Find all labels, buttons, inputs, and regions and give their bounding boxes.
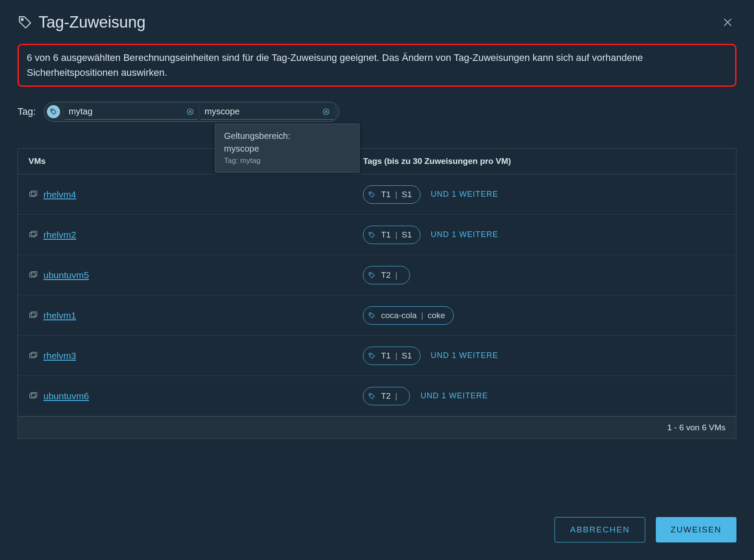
table-row: rhelvm4T1|S1UND 1 WEITERE <box>18 174 736 215</box>
tag-input-row: Tag: Geltungsbereich: myscope <box>18 102 736 122</box>
info-message: 6 von 6 ausgewählten Berechnungseinheite… <box>18 44 736 87</box>
table-row: rhelvm1coca-cola|coke <box>18 295 736 336</box>
tag-name: T1 <box>381 351 391 361</box>
tag-name-field-group <box>64 104 198 120</box>
tag-icon <box>18 15 32 30</box>
pill-divider: | <box>395 351 397 361</box>
table-row: ubuntuvm6T2|UND 1 WEITERE <box>18 376 736 416</box>
pill-divider: | <box>421 311 423 320</box>
pill-divider: | <box>395 190 397 199</box>
svg-point-18 <box>370 354 371 355</box>
dialog-buttons: ABBRECHEN ZUWEISEN <box>555 517 736 542</box>
tag-icon <box>367 270 377 280</box>
table-row: rhelvm3T1|S1UND 1 WEITERE <box>18 336 736 376</box>
tag-icon <box>367 311 377 320</box>
tag-pill-container <box>44 102 339 122</box>
more-tags-link[interactable]: UND 1 WEITERE <box>431 351 498 360</box>
svg-point-0 <box>21 19 23 21</box>
tooltip-label: Geltungsbereich: <box>224 131 350 141</box>
dialog-header: Tag-Zuweisung <box>18 13 736 32</box>
more-tags-link[interactable]: UND 1 WEITERE <box>431 230 498 239</box>
tag-scope: S1 <box>402 351 412 361</box>
table-header: VMs Tags (bis zu 30 Zuweisungen pro VM) <box>18 149 736 174</box>
vm-icon <box>28 190 38 199</box>
tag-label: Tag: <box>18 106 36 117</box>
tag-scope-input[interactable] <box>202 106 320 117</box>
tag-name-input[interactable] <box>66 106 185 117</box>
close-button[interactable] <box>719 15 736 29</box>
svg-point-9 <box>370 233 371 234</box>
tag-pill[interactable]: T1|S1 <box>363 226 420 244</box>
table-row: rhelvm2T1|S1UND 1 WEITERE <box>18 215 736 255</box>
svg-rect-11 <box>31 271 37 276</box>
vm-link[interactable]: ubuntuvm5 <box>43 270 89 280</box>
tag-scope: S1 <box>402 190 412 199</box>
vm-icon <box>28 270 38 280</box>
pill-divider: | <box>395 270 397 280</box>
svg-point-12 <box>370 273 371 274</box>
svg-rect-8 <box>31 231 37 235</box>
tag-name: T2 <box>381 270 391 280</box>
tag-icon <box>367 230 377 240</box>
tag-scope-field-group <box>200 104 334 120</box>
tag-pill[interactable]: T1|S1 <box>363 347 420 365</box>
vm-link[interactable]: rhelvm2 <box>43 230 76 240</box>
svg-point-15 <box>370 314 371 315</box>
vm-link[interactable]: rhelvm4 <box>43 189 76 200</box>
tooltip-scope-value: myscope <box>224 144 350 154</box>
column-header-tags: Tags (bis zu 30 Zuweisungen pro VM) <box>363 156 726 166</box>
vm-link[interactable]: rhelvm1 <box>43 310 76 321</box>
svg-point-1 <box>52 110 53 111</box>
svg-rect-13 <box>30 313 36 317</box>
pill-divider: | <box>395 391 397 401</box>
svg-rect-7 <box>30 232 36 237</box>
assign-button[interactable]: ZUWEISEN <box>656 517 736 542</box>
svg-point-6 <box>370 193 371 194</box>
scope-tooltip: Geltungsbereich: myscope Tag: mytag <box>215 124 359 173</box>
tag-name: coca-cola <box>381 311 416 320</box>
tag-scope: S1 <box>402 230 412 240</box>
vm-icon <box>28 230 38 240</box>
more-tags-link[interactable]: UND 1 WEITERE <box>420 391 488 401</box>
tag-pill[interactable]: T2| <box>363 266 410 284</box>
dialog-title: Tag-Zuweisung <box>39 13 146 32</box>
vm-link[interactable]: ubuntuvm6 <box>43 391 89 401</box>
svg-rect-20 <box>31 392 37 397</box>
svg-rect-5 <box>31 191 37 195</box>
svg-rect-17 <box>31 352 37 356</box>
tag-icon <box>367 351 377 361</box>
tag-name: T1 <box>381 190 391 199</box>
vm-table: VMs Tags (bis zu 30 Zuweisungen pro VM) … <box>18 148 736 439</box>
tag-pill[interactable]: T2| <box>363 387 410 405</box>
svg-point-21 <box>370 394 371 395</box>
tag-icon <box>367 190 377 199</box>
vm-icon <box>28 351 38 361</box>
tag-name: T2 <box>381 391 391 401</box>
pill-divider: | <box>395 230 397 240</box>
vm-icon <box>28 311 38 320</box>
vm-link[interactable]: rhelvm3 <box>43 351 76 361</box>
tag-icon <box>47 105 60 118</box>
cancel-button[interactable]: ABBRECHEN <box>555 517 645 542</box>
svg-rect-16 <box>30 353 36 358</box>
table-row: ubuntuvm5T2| <box>18 255 736 295</box>
tag-pill[interactable]: T1|S1 <box>363 185 420 204</box>
svg-rect-10 <box>30 273 36 277</box>
tooltip-tag-value: Tag: mytag <box>224 156 350 165</box>
svg-rect-19 <box>30 393 36 398</box>
table-footer: 1 - 6 von 6 VMs <box>18 416 736 439</box>
vm-icon <box>28 391 38 401</box>
tag-name: T1 <box>381 230 391 240</box>
more-tags-link[interactable]: UND 1 WEITERE <box>431 190 498 199</box>
clear-scope-icon[interactable] <box>320 108 332 116</box>
tag-pill[interactable]: coca-cola|coke <box>363 306 453 325</box>
clear-tag-icon[interactable] <box>185 108 196 116</box>
svg-rect-14 <box>31 312 37 316</box>
tag-scope: coke <box>427 311 445 320</box>
tag-icon <box>367 391 377 401</box>
svg-rect-4 <box>30 192 36 196</box>
